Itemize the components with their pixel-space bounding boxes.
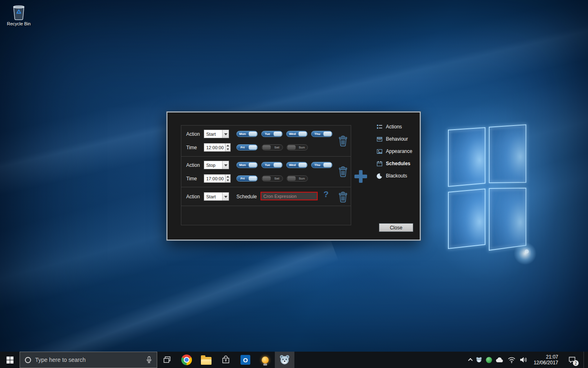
menu-item-appearance[interactable]: Appearance [376, 145, 420, 157]
day-toggle-sat[interactable]: Sat [262, 144, 283, 150]
day-toggle-thu[interactable]: Thu [311, 131, 332, 137]
action-center-button[interactable]: 2 [564, 352, 580, 368]
lightbulb-icon [262, 357, 269, 364]
day-toggle-label: Tue [262, 132, 273, 136]
time-label: Time [186, 145, 197, 150]
schedule-label: Schedule [236, 194, 257, 200]
spin-up-icon[interactable] [225, 175, 230, 179]
menu-item-schedules[interactable]: Schedules [376, 157, 420, 170]
action-select[interactable]: Start [204, 130, 229, 138]
day-toggle-label: Sun [296, 177, 307, 180]
day-toggle-sat[interactable]: Sat [262, 175, 283, 182]
menu-item-actions[interactable]: Actions [376, 121, 420, 133]
taskbar-outlook[interactable]: O [236, 352, 255, 368]
appearance-icon [376, 148, 383, 155]
toggle-knob [298, 132, 307, 136]
help-button[interactable]: ? [323, 189, 329, 199]
recycle-bin-label: Recycle Bin [7, 21, 31, 26]
day-toggle-label: Thu [312, 163, 323, 167]
add-schedule-button[interactable] [354, 170, 367, 183]
schedule-row-cron: Action Start Schedule ? [181, 187, 351, 206]
menu-item-label: Behaviour [386, 136, 408, 142]
tray-green-app[interactable] [486, 352, 492, 368]
chevron-down-icon[interactable] [222, 130, 229, 138]
delete-schedule-button[interactable] [338, 135, 348, 147]
spin-up-icon[interactable] [225, 144, 230, 148]
delete-schedule-button[interactable] [338, 166, 348, 177]
system-tray: 21:07 12/06/2017 2 [469, 352, 588, 368]
close-button-label: Close [390, 225, 403, 231]
tray-volume[interactable] [519, 352, 528, 368]
cloud-icon [496, 357, 504, 363]
day-toggle-wed[interactable]: Wed [286, 162, 307, 168]
task-view-button[interactable] [157, 352, 177, 368]
toggle-knob [274, 132, 282, 136]
recycle-bin[interactable]: Recycle Bin [3, 2, 34, 26]
day-toggle-tue[interactable]: Tue [261, 162, 283, 168]
taskbar-file-explorer[interactable] [196, 352, 216, 368]
spin-down-icon[interactable] [225, 148, 230, 152]
taskbar-search[interactable]: Type here to search [20, 352, 157, 368]
day-toggle-thu[interactable]: Thu [311, 162, 332, 168]
chevron-down-icon[interactable] [222, 193, 229, 200]
menu-item-behaviour[interactable]: Behaviour [376, 133, 420, 145]
taskbar-chrome[interactable] [177, 352, 196, 368]
action-select[interactable]: Start [204, 192, 229, 201]
taskbar-clock[interactable]: 21:07 12/06/2017 [531, 354, 561, 366]
tray-onedrive[interactable] [496, 352, 504, 368]
day-toggle-sun[interactable]: Sun [287, 144, 308, 150]
taskbar: Type here to search O [0, 352, 588, 368]
settings-menu: Actions Behaviour Appearance [376, 121, 420, 182]
day-toggle-sun[interactable]: Sun [287, 175, 308, 182]
day-toggle-label: Wed [287, 163, 298, 167]
day-toggle-wed[interactable]: Wed [286, 131, 307, 137]
toggle-knob [323, 132, 332, 136]
toggle-knob [249, 145, 257, 150]
hidden-icons-button[interactable] [469, 352, 472, 368]
light-flare [514, 242, 537, 265]
scheduler-app-window: Action Start Mon Tue Wed Thu Time 12:00:… [167, 112, 421, 240]
file-explorer-icon [201, 357, 212, 365]
search-placeholder: Type here to search [35, 357, 142, 363]
day-toggle-fri[interactable]: Fri [236, 175, 258, 182]
menu-item-label: Appearance [386, 148, 412, 154]
menu-item-blackouts[interactable]: Blackouts [376, 170, 420, 182]
day-toggle-fri[interactable]: Fri [236, 144, 258, 150]
chevron-down-icon[interactable] [222, 161, 229, 169]
close-button[interactable]: Close [379, 223, 413, 232]
day-toggle-mon[interactable]: Mon [236, 131, 258, 137]
day-toggle-label: Sat [271, 146, 283, 149]
chevron-up-icon [468, 358, 472, 363]
action-label: Action [186, 194, 200, 200]
day-toggle-label: Fri [237, 146, 248, 149]
schedules-list: Action Start Mon Tue Wed Thu Time 12:00:… [181, 125, 351, 225]
windows-start-icon [7, 357, 13, 364]
delete-schedule-button[interactable] [338, 191, 348, 203]
light-beam [0, 234, 339, 368]
action-select-value: Start [204, 130, 222, 138]
time-value: 12:00:00 [204, 144, 225, 151]
show-desktop-button[interactable] [584, 352, 586, 368]
chrome-icon [181, 355, 192, 365]
time-input[interactable]: 12:00:00 [204, 143, 231, 152]
schedule-row: Action Stop Mon Tue Wed Thu Time 17:00:0… [181, 157, 351, 187]
bear-app-icon [279, 354, 290, 366]
clock-time: 21:07 [534, 354, 558, 360]
microphone-icon[interactable] [146, 356, 152, 364]
taskbar-scheduler-app-active[interactable] [275, 352, 294, 368]
schedules-icon [376, 161, 383, 167]
tray-bear-app[interactable] [476, 352, 482, 368]
day-toggle-label: Mon [237, 163, 248, 167]
cron-expression-input[interactable] [261, 192, 318, 200]
taskbar-lightbulb-app[interactable] [255, 352, 275, 368]
task-view-icon [163, 356, 171, 364]
tray-network[interactable] [508, 352, 516, 368]
day-toggle-tue[interactable]: Tue [261, 131, 283, 137]
taskbar-store[interactable] [216, 352, 236, 368]
time-input[interactable]: 17:00:00 [204, 174, 231, 183]
menu-item-label: Actions [386, 124, 402, 130]
action-select[interactable]: Stop [204, 161, 229, 169]
spin-down-icon[interactable] [225, 179, 230, 183]
day-toggle-mon[interactable]: Mon [236, 162, 258, 168]
start-button[interactable] [0, 352, 20, 368]
